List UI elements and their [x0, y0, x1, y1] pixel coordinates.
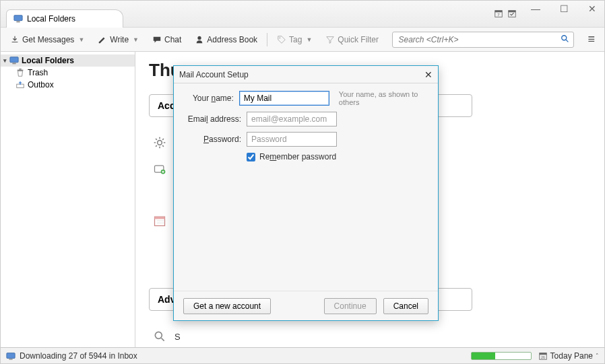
person-icon — [195, 35, 204, 44]
activity-icon[interactable] — [6, 351, 15, 361]
quick-filter-button[interactable]: Quick Filter — [321, 32, 383, 47]
chat-label: Chat — [164, 35, 181, 44]
today-pane-toggle[interactable]: 26 Today Pane ˄ — [538, 351, 599, 361]
magnifier-icon — [153, 330, 166, 343]
chat-button[interactable]: Chat — [148, 32, 185, 47]
content-row-search[interactable]: S — [149, 323, 591, 347]
chevron-up-icon: ˄ — [596, 353, 599, 359]
tab-label: Local Folders — [27, 14, 75, 24]
svg-rect-27 — [7, 353, 15, 358]
calendar-small-icon: 26 — [538, 351, 548, 361]
svg-point-7 — [198, 36, 201, 39]
svg-text:26: 26 — [541, 355, 545, 359]
svg-line-25 — [162, 338, 164, 341]
address-book-button[interactable]: Address Book — [191, 32, 261, 47]
tag-label: Tag — [289, 35, 302, 44]
svg-rect-28 — [9, 359, 12, 359]
svg-point-9 — [562, 35, 567, 40]
mail-account-setup-dialog: Mail Account Setup ✕ Your name: Your nam… — [173, 65, 439, 321]
svg-rect-1 — [16, 22, 20, 23]
name-input[interactable] — [239, 91, 329, 106]
dialog-titlebar: Mail Account Setup ✕ — [174, 66, 438, 83]
trash-icon — [15, 68, 25, 77]
maximize-button[interactable]: ☐ — [556, 3, 572, 14]
close-button[interactable]: ✕ — [584, 3, 600, 14]
sidebar-outbox-label: Outbox — [28, 80, 54, 89]
svg-rect-14 — [19, 69, 22, 70]
calendar-check-icon[interactable] — [507, 9, 517, 18]
gear-icon — [153, 136, 166, 149]
tag-button[interactable]: Tag ▼ — [273, 32, 316, 47]
name-hint: Your name, as shown to others — [339, 90, 427, 106]
dialog-footer: Get a new account Continue Cancel — [174, 291, 438, 320]
email-label: Email address: — [185, 114, 241, 124]
menu-button[interactable]: ≡ — [583, 32, 599, 46]
chevron-down-icon: ▼ — [133, 36, 139, 43]
chat-icon — [152, 35, 162, 44]
monitor-icon — [9, 56, 19, 65]
remember-password-checkbox[interactable] — [247, 153, 255, 161]
status-bar: Downloading 27 of 5944 in Inbox 26 Today… — [1, 347, 604, 363]
search-icon[interactable] — [561, 34, 570, 46]
outbox-icon — [15, 80, 25, 89]
svg-rect-11 — [10, 57, 18, 63]
funnel-icon — [325, 35, 335, 44]
search-input[interactable] — [392, 32, 574, 48]
pencil-icon — [98, 35, 107, 44]
get-new-account-button[interactable]: Get a new account — [183, 298, 271, 314]
get-messages-button[interactable]: Get Messages ▼ — [6, 32, 88, 47]
dialog-body: Your name: Your name, as shown to others… — [174, 83, 438, 291]
dialog-close-button[interactable]: ✕ — [424, 69, 433, 80]
continue-button[interactable]: Continue — [324, 298, 377, 314]
minimize-button[interactable]: — — [528, 3, 544, 14]
tab-local-folders[interactable]: Local Folders — [6, 9, 123, 28]
search-container — [392, 32, 574, 48]
calendar-icon — [153, 214, 166, 227]
svg-rect-6 — [509, 11, 516, 13]
svg-point-8 — [280, 37, 281, 38]
get-messages-label: Get Messages — [22, 35, 74, 44]
dialog-title: Mail Account Setup — [179, 70, 249, 79]
write-button[interactable]: Write ▼ — [94, 32, 143, 47]
download-icon — [10, 35, 20, 44]
chevron-down-icon: ▼ — [306, 36, 312, 43]
svg-rect-13 — [18, 70, 24, 71]
progress-bar — [471, 352, 532, 360]
sidebar-trash-label: Trash — [28, 68, 48, 77]
quick-filter-label: Quick Filter — [338, 35, 379, 44]
window-controls: — ☐ ✕ — [528, 3, 600, 14]
password-input[interactable] — [247, 132, 337, 147]
main-toolbar: Get Messages ▼ Write ▼ Chat Address Book… — [1, 28, 604, 52]
folder-sidebar: ▾ Local Folders Trash Outbox — [1, 52, 135, 347]
toolbar-divider — [267, 33, 267, 46]
svg-rect-21 — [155, 217, 165, 219]
sidebar-root-label: Local Folders — [22, 56, 74, 65]
sidebar-item-trash[interactable]: Trash — [1, 67, 135, 79]
tag-icon — [277, 35, 286, 44]
svg-point-24 — [155, 332, 162, 338]
cancel-button[interactable]: Cancel — [383, 298, 428, 314]
remember-password-label: Remember password — [259, 152, 336, 161]
monitor-icon — [13, 14, 23, 24]
svg-rect-0 — [14, 15, 22, 21]
password-label: Password: — [185, 135, 241, 144]
sidebar-item-local-folders[interactable]: ▾ Local Folders — [1, 54, 135, 67]
svg-rect-12 — [12, 63, 15, 65]
calendar-day-icon[interactable]: 7 — [494, 9, 503, 18]
content-row-label: S — [174, 332, 181, 342]
today-pane-label: Today Pane — [550, 351, 593, 361]
titlebar-calendar-icons: 7 — [494, 9, 517, 18]
svg-text:7: 7 — [497, 12, 500, 17]
email-input[interactable] — [247, 112, 337, 126]
svg-line-10 — [566, 39, 569, 42]
chevron-down-icon: ▼ — [78, 36, 84, 43]
address-book-label: Address Book — [207, 35, 257, 44]
write-label: Write — [110, 35, 129, 44]
window-titlebar: Local Folders 7 — ☐ ✕ — [1, 1, 604, 28]
svg-point-16 — [158, 141, 162, 145]
sidebar-item-outbox[interactable]: Outbox — [1, 79, 135, 91]
status-text: Downloading 27 of 5944 in Inbox — [20, 351, 137, 361]
name-label: Your name: — [185, 94, 234, 103]
new-account-icon — [153, 163, 166, 176]
tree-collapse-icon: ▾ — [3, 57, 7, 64]
